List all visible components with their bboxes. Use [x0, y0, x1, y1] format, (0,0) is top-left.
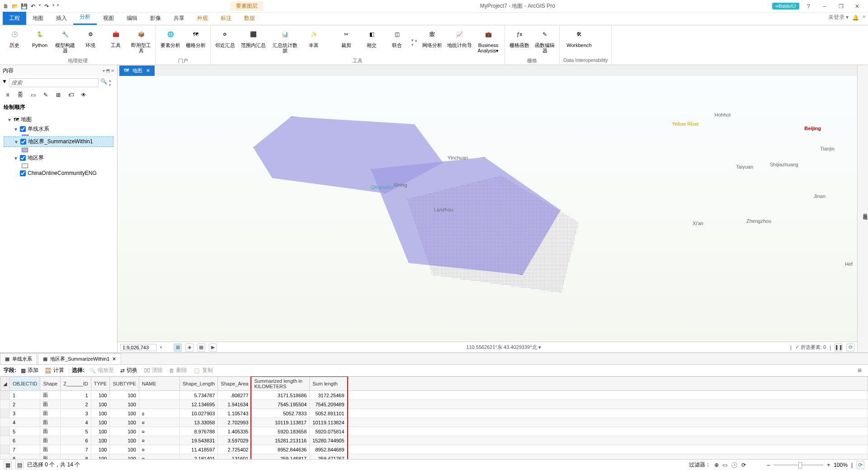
table-row[interactable]: 4面4 100100¤ 13.330582.702993 10119.11381… — [0, 418, 868, 427]
show-all-button[interactable]: ▦ — [4, 461, 12, 469]
right-docked-panes[interactable]: 图层 地理处理 — [857, 65, 868, 352]
geostat-button[interactable]: 📈地统计向导 — [447, 27, 472, 57]
coordinate-readout[interactable]: 110.5562621°东 43.4029339°北 ▾ — [466, 344, 541, 351]
model-builder-button[interactable]: 🔧模型构建器 — [54, 27, 76, 57]
col-shape-area[interactable]: Shape_Area — [218, 377, 251, 391]
navigator-icon[interactable]: ⊞ — [174, 343, 182, 352]
map-scale-input[interactable] — [120, 344, 156, 351]
table-row[interactable]: 3面3 100100s 10.0279031.105743 5052.78335… — [0, 409, 868, 418]
tab-label[interactable]: 标注 — [214, 12, 238, 25]
tree-layer-1[interactable]: ▾单线水系 — [4, 124, 113, 134]
zoom-percent[interactable]: 100% — [834, 462, 848, 468]
pause-draw-icon[interactable]: ❚❚ — [835, 343, 843, 352]
zoom-to-button[interactable]: 🔍 缩放至 — [87, 366, 116, 375]
enrich-button[interactable]: ✨丰富 — [303, 27, 325, 57]
project-icon[interactable]: 🗎 — [3, 3, 9, 9]
minimize-button[interactable]: – — [817, 3, 832, 9]
autohide-icon[interactable]: ▾ — [103, 68, 105, 73]
notifications-icon[interactable]: 🔔 — [852, 14, 859, 21]
ready-tools-button[interactable]: 📦即用型工具 — [130, 27, 152, 57]
save-icon[interactable]: 💾 — [21, 3, 27, 9]
list-by-labeling-icon[interactable]: 🏷 — [67, 91, 75, 99]
union-button[interactable]: ◫联合 — [386, 27, 408, 57]
list-by-drawing-icon[interactable]: ≡ — [4, 91, 12, 99]
summarize-nearby-button[interactable]: ⭘邻近汇总 — [214, 27, 236, 57]
clip-button[interactable]: ✂裁剪 — [335, 27, 357, 57]
tools-more-buttons[interactable]: ▾ ▴ ▾ — [411, 27, 418, 57]
show-selected-button[interactable]: ▤ — [15, 461, 24, 469]
tree-map[interactable]: ▾🗺地图 — [4, 115, 113, 124]
delete-rows-button[interactable]: 🗑 删除 — [167, 366, 189, 375]
tab-share[interactable]: 共享 — [167, 12, 191, 25]
network-button[interactable]: 🕸网络分析 — [421, 27, 443, 57]
list-by-selection-icon[interactable]: ▭ — [29, 91, 37, 99]
refresh-table-icon[interactable]: ⟳ — [856, 461, 864, 469]
list-by-source-icon[interactable]: 🗄 — [16, 91, 24, 99]
layer-visibility-checkbox[interactable] — [20, 139, 26, 145]
constraint-icon[interactable]: ◈ — [185, 343, 193, 352]
col-sum-km[interactable]: Summarized length in KILOMETERS — [251, 377, 310, 391]
table-tab-1[interactable]: ▦单线水系 — [0, 353, 37, 364]
redo-dropdown-icon[interactable]: ▾ — [52, 3, 54, 9]
map-canvas[interactable]: Hohhot Beijing Tianjin Shijiazhuang Taiy… — [118, 76, 857, 342]
layer-visibility-checkbox[interactable] — [20, 126, 26, 132]
table-row[interactable]: 5面5 100100¤ 8.9767881.405335 5920.183658… — [0, 427, 868, 436]
summarize-within-button[interactable]: ⬛范围内汇总 — [240, 27, 267, 57]
close-button[interactable]: ✕ — [850, 3, 864, 9]
undo-dropdown-icon[interactable]: ▾ — [39, 3, 41, 9]
history-button[interactable]: 🕓历史 — [4, 27, 25, 57]
tree-layer-2[interactable]: ▾地区界_SummarizeWithin1 — [4, 136, 113, 147]
copy-rows-button[interactable]: 📋 复制 — [192, 366, 215, 375]
table-menu-icon[interactable]: ≡ — [858, 367, 864, 375]
tab-data[interactable]: 数据 — [238, 12, 261, 25]
add-field-button[interactable]: ▦ 添加 — [19, 366, 40, 375]
clear-selection-button[interactable]: ⌧ 清除 — [142, 366, 165, 375]
layer-visibility-checkbox[interactable] — [20, 155, 26, 161]
dock-icon[interactable]: ⬒ — [106, 68, 110, 73]
tab-edit[interactable]: 编辑 — [120, 12, 144, 25]
env-button[interactable]: ⚙环境 — [80, 27, 101, 57]
tab-map[interactable]: 地图 — [26, 12, 50, 25]
table-row[interactable]: 1面1 100100 5.734787.808277 3171.51868631… — [0, 391, 868, 400]
close-view-icon[interactable]: ✕ — [146, 68, 150, 74]
tab-view[interactable]: 视图 — [97, 12, 120, 25]
calculate-button[interactable]: 🧮 计算 — [43, 366, 66, 375]
list-by-snapping-icon[interactable]: ⊞ — [54, 91, 62, 99]
table-tab-2[interactable]: ▦地区界_SummarizeWithin1✕ — [38, 353, 121, 364]
col-subtype[interactable]: SUBTYPE — [110, 377, 139, 391]
col-sum-len[interactable]: Sum length — [310, 377, 347, 391]
table-row[interactable]: 7面7 100100¤ 11.4185972.725402 8952.84463… — [0, 445, 868, 454]
filter-icon[interactable]: ▼ — [2, 78, 7, 87]
intersect-button[interactable]: ◧相交 — [361, 27, 382, 57]
scale-dropdown-icon[interactable]: ▾ — [160, 345, 162, 349]
filter-time-icon[interactable]: 🕓 — [731, 462, 738, 468]
tab-project[interactable]: 工程 — [3, 12, 26, 25]
context-tab-feature-layer[interactable]: 要素图层 — [231, 1, 263, 11]
collapse-icon[interactable]: ▾ — [14, 155, 18, 161]
tree-layer-3[interactable]: ▾地区界 — [4, 153, 113, 163]
refresh-view-icon[interactable]: ⟳ — [846, 343, 854, 352]
maximize-button[interactable]: ❐ — [834, 3, 848, 9]
collapse-icon[interactable]: ▾ — [15, 139, 19, 145]
summarize-stats-button[interactable]: 📊汇总统计数据 — [270, 27, 299, 57]
table-row[interactable]: 2面2 100100 12.1346951.941634 7545.195504… — [0, 400, 868, 409]
help-button[interactable]: ? — [801, 3, 816, 9]
undo-icon[interactable]: ↶ — [30, 3, 36, 9]
login-status[interactable]: 未登录 ▾ — [828, 14, 849, 21]
tab-appearance[interactable]: 外观 — [191, 12, 214, 25]
close-tab-icon[interactable]: ✕ — [112, 356, 116, 362]
tools-button[interactable]: 🧰工具 — [105, 27, 127, 57]
snapping-icon[interactable]: ▦ — [197, 343, 205, 352]
tab-image[interactable]: 影像 — [144, 12, 167, 25]
close-pane-icon[interactable]: ✕ — [111, 68, 114, 73]
view-tab-map[interactable]: 🗺地图✕ — [119, 66, 155, 76]
open-icon[interactable]: 📂 — [12, 3, 18, 9]
tree-layer-4[interactable]: ChinaOnlineCommunityENG — [4, 169, 113, 177]
collapse-icon[interactable]: ▾ — [8, 117, 12, 123]
filter-all-icon[interactable]: ⊕ — [714, 462, 719, 468]
qat-customize-icon[interactable]: ▾ — [57, 3, 59, 9]
filter-extent-icon[interactable]: ▭ — [722, 462, 727, 468]
table-row[interactable]: 6面6 100100¤ 19.5438313.597029 15281.2131… — [0, 436, 868, 445]
workbench-button[interactable]: 🛠Workbench — [563, 27, 595, 57]
function-editor-button[interactable]: ✎函数编辑器 — [534, 27, 556, 57]
